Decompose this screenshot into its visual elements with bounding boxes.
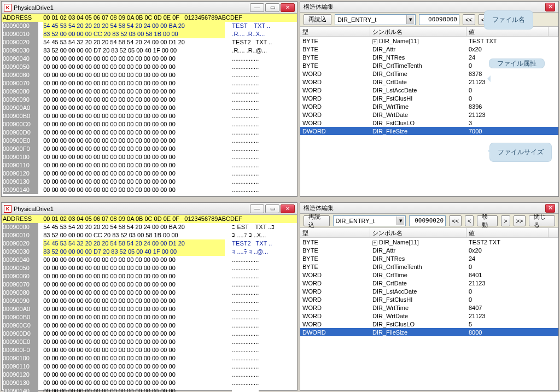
hex-bytes[interactable]: 00 00 00 00 00 00 00 00 00 00 00 00 00 0… bbox=[43, 161, 225, 169]
hex-ascii[interactable]: ................ bbox=[232, 338, 259, 346]
hex-row[interactable]: 000900B0 00 00 00 00 00 00 00 00 00 00 0… bbox=[2, 313, 297, 321]
hex-ascii[interactable]: ................ bbox=[232, 272, 259, 280]
hex-bytes[interactable]: 00 00 00 00 00 00 00 00 00 00 00 00 00 0… bbox=[43, 280, 225, 289]
hex-row[interactable]: 000900F0 00 00 00 00 00 00 00 00 00 00 0… bbox=[2, 346, 297, 354]
cell-value[interactable]: 0x20 bbox=[466, 46, 558, 52]
struct-row[interactable]: WORDDIR_CrtTime8401 bbox=[300, 271, 558, 279]
close-panel-button[interactable]: 閉じる bbox=[529, 215, 555, 226]
hex-row[interactable]: 00090040 00 00 00 00 00 00 00 00 00 00 0… bbox=[2, 256, 297, 264]
hex-bytes[interactable]: 83 52 00 00 00 00 D7 20 83 52 05 00 40 1… bbox=[43, 248, 225, 256]
hex-ascii[interactable]: ................ bbox=[232, 346, 259, 354]
cell-value[interactable]: 0 bbox=[466, 95, 558, 102]
cell-value[interactable]: 7000 bbox=[466, 128, 558, 134]
struct-type-combo[interactable]: DIR_ENTRY_t ▾ bbox=[335, 14, 416, 25]
hex-row[interactable]: 000900C0 00 00 00 00 00 00 00 00 00 00 0… bbox=[2, 321, 297, 330]
hex-ascii[interactable]: ................ bbox=[232, 330, 259, 338]
hex-bytes[interactable]: 54 45 53 54 32 20 20 20 54 58 54 20 24 0… bbox=[43, 38, 225, 46]
struct2-titlebar[interactable]: 構造体編集 ✕ bbox=[300, 203, 558, 214]
hex-ascii[interactable]: ................ bbox=[232, 297, 259, 305]
hex-row[interactable]: 00090040 00 00 00 00 00 00 00 00 00 00 0… bbox=[2, 55, 297, 63]
hex-row[interactable]: 00090030 83 52 00 00 00 00 D7 20 83 52 0… bbox=[2, 46, 297, 55]
hex-ascii[interactable]: ................ bbox=[232, 280, 259, 289]
hex-bytes[interactable]: 00 00 00 00 00 00 00 00 00 00 00 00 00 0… bbox=[43, 79, 225, 87]
hex-row[interactable]: 00090130 00 00 00 00 00 00 00 00 00 00 0… bbox=[2, 178, 297, 186]
hex-row[interactable]: 00090100 00 00 00 00 00 00 00 00 00 00 0… bbox=[2, 354, 297, 362]
close-button[interactable]: ✕ bbox=[545, 204, 555, 213]
cell-value[interactable]: 0 bbox=[466, 296, 558, 303]
cell-value[interactable]: 21123 bbox=[466, 313, 558, 319]
struct-row[interactable]: WORDDIR_WrtTime8407 bbox=[300, 303, 558, 312]
nav-next2-button[interactable]: >> bbox=[514, 215, 526, 226]
nav-next1-button[interactable]: > bbox=[501, 215, 510, 226]
hex-row[interactable]: 00090020 54 45 53 54 32 20 20 20 54 58 5… bbox=[2, 239, 297, 248]
hex-row[interactable]: 00090000 54 45 53 54 20 20 20 20 54 58 5… bbox=[2, 22, 297, 30]
hex-bytes[interactable]: 00 00 00 00 00 00 00 00 00 00 00 00 00 0… bbox=[43, 387, 225, 392]
hex-row[interactable]: 00090120 00 00 00 00 00 00 00 00 00 00 0… bbox=[2, 169, 297, 178]
hex-row[interactable]: 00090000 54 45 53 54 20 20 20 20 54 58 5… bbox=[2, 223, 297, 231]
hex-row[interactable]: 00090070 00 00 00 00 00 00 00 00 00 00 0… bbox=[2, 280, 297, 289]
hex-ascii[interactable]: .R.... .R..@... bbox=[232, 46, 267, 55]
hex-row[interactable]: 000900A0 00 00 00 00 00 00 00 00 00 00 0… bbox=[2, 305, 297, 313]
cell-value[interactable]: 21123 bbox=[466, 112, 558, 118]
hex-ascii[interactable]: ................ bbox=[232, 63, 259, 71]
cell-value[interactable]: 0 bbox=[466, 87, 558, 93]
hex-ascii[interactable]: ................ bbox=[232, 354, 259, 362]
hex-ascii[interactable]: ................ bbox=[232, 371, 259, 379]
nav-prev1-button[interactable]: < bbox=[465, 215, 474, 226]
hex-bytes[interactable]: 00 00 00 00 00 00 00 00 00 00 00 00 00 0… bbox=[43, 71, 225, 79]
cell-value[interactable]: 8396 bbox=[466, 103, 558, 110]
hex1-titlebar[interactable]: K PhysicalDrive1 — ▭ ✕ bbox=[2, 2, 297, 14]
hex-bytes[interactable]: 54 45 53 54 20 20 20 20 54 58 54 20 24 0… bbox=[43, 22, 225, 30]
hex-ascii[interactable]: ................ bbox=[232, 362, 259, 371]
hex-bytes[interactable]: 83 52 00 00 00 00 CC 20 83 52 03 00 58 1… bbox=[43, 30, 225, 38]
hex-bytes[interactable]: 00 00 00 00 00 00 00 00 00 00 00 00 00 0… bbox=[43, 256, 225, 264]
cell-value[interactable]: 0 bbox=[466, 264, 558, 270]
hex-row[interactable]: 00090080 00 00 00 00 00 00 00 00 00 00 0… bbox=[2, 87, 297, 96]
hex-bytes[interactable]: 00 00 00 00 00 00 00 00 00 00 00 00 00 0… bbox=[43, 289, 225, 297]
hex-row[interactable]: 00090060 00 00 00 00 00 00 00 00 00 00 0… bbox=[2, 272, 297, 280]
hex-bytes[interactable]: 00 00 00 00 00 00 00 00 00 00 00 00 00 0… bbox=[43, 321, 225, 330]
hex-row[interactable]: 00090090 00 00 00 00 00 00 00 00 00 00 0… bbox=[2, 297, 297, 305]
hex-bytes[interactable]: 00 00 00 00 00 00 00 00 00 00 00 00 00 0… bbox=[43, 120, 225, 128]
hex-bytes[interactable]: 00 00 00 00 00 00 00 00 00 00 00 00 00 0… bbox=[43, 305, 225, 313]
hex-row[interactable]: 000900E0 00 00 00 00 00 00 00 00 00 00 0… bbox=[2, 137, 297, 145]
cell-value[interactable]: 24 bbox=[466, 255, 558, 262]
hex-bytes[interactable]: 83 52 00 00 00 00 D7 20 83 52 05 00 40 1… bbox=[43, 46, 225, 55]
hex-row[interactable]: 000900F0 00 00 00 00 00 00 00 00 00 00 0… bbox=[2, 145, 297, 153]
hex-row[interactable]: 00090110 00 00 00 00 00 00 00 00 00 00 0… bbox=[2, 161, 297, 169]
cell-value[interactable]: 8378 bbox=[466, 71, 558, 77]
struct-row[interactable]: WORDDIR_CrtDate21123 bbox=[300, 78, 558, 86]
hex-row[interactable]: 00090030 83 52 00 00 00 00 D7 20 83 52 0… bbox=[2, 248, 297, 256]
hex-row[interactable]: 00090010 83 52 00 00 00 00 CC 20 83 52 0… bbox=[2, 30, 297, 38]
struct-row[interactable]: WORDDIR_LstAccDate0 bbox=[300, 86, 558, 94]
hex-bytes[interactable]: 54 45 53 54 32 20 20 20 54 58 54 20 24 0… bbox=[43, 239, 225, 248]
hex-bytes[interactable]: 00 00 00 00 00 00 00 00 00 00 00 00 00 0… bbox=[43, 362, 225, 371]
minimize-button[interactable]: — bbox=[250, 3, 264, 12]
maximize-button[interactable]: ▭ bbox=[265, 3, 279, 12]
hex-ascii[interactable]: ................ bbox=[232, 186, 259, 194]
struct-row[interactable]: WORDDIR_WrtTime8396 bbox=[300, 102, 558, 110]
hex-row[interactable]: 000900E0 00 00 00 00 00 00 00 00 00 00 0… bbox=[2, 338, 297, 346]
reload-button[interactable]: 再読込 bbox=[304, 215, 330, 226]
hex-bytes[interactable]: 00 00 00 00 00 00 00 00 00 00 00 00 00 0… bbox=[43, 346, 225, 354]
nav-prev2-button[interactable]: << bbox=[449, 215, 462, 226]
hex-ascii[interactable]: ﾆ EST TXT ..ｺ bbox=[232, 223, 275, 231]
hex-bytes[interactable]: 00 00 00 00 00 00 00 00 00 00 00 00 00 0… bbox=[43, 178, 225, 186]
struct-row[interactable]: WORDDIR_FstClusHI0 bbox=[300, 295, 558, 303]
cell-value[interactable]: 8000 bbox=[466, 329, 558, 336]
hex-row[interactable]: 00090010 83 52 00 00 00 00 CC 20 83 52 0… bbox=[2, 231, 297, 239]
hex-bytes[interactable]: 00 00 00 00 00 00 00 00 00 00 00 00 00 0… bbox=[43, 63, 225, 71]
close-button[interactable]: ✕ bbox=[545, 3, 555, 11]
struct2-table-body[interactable]: BYTE+DIR_Name[11]TEST2 TXTBYTEDIR_Attr0x… bbox=[300, 238, 558, 390]
col-value[interactable]: 値 bbox=[466, 228, 549, 237]
cell-value[interactable]: 5 bbox=[466, 321, 558, 327]
hex-ascii[interactable]: ................ bbox=[232, 79, 259, 87]
hex-bytes[interactable]: 00 00 00 00 00 00 00 00 00 00 00 00 00 0… bbox=[43, 272, 225, 280]
hex-row[interactable]: 000900D0 00 00 00 00 00 00 00 00 00 00 0… bbox=[2, 330, 297, 338]
hex-bytes[interactable]: 00 00 00 00 00 00 00 00 00 00 00 00 00 0… bbox=[43, 169, 225, 178]
hex-row[interactable]: 00090050 00 00 00 00 00 00 00 00 00 00 0… bbox=[2, 63, 297, 71]
cell-value[interactable]: TEST TXT bbox=[466, 38, 558, 44]
hex-row[interactable]: 00090020 54 45 53 54 32 20 20 20 54 58 5… bbox=[2, 38, 297, 46]
hex-ascii[interactable]: ................ bbox=[232, 137, 259, 145]
cell-value[interactable]: 21123 bbox=[466, 280, 558, 286]
